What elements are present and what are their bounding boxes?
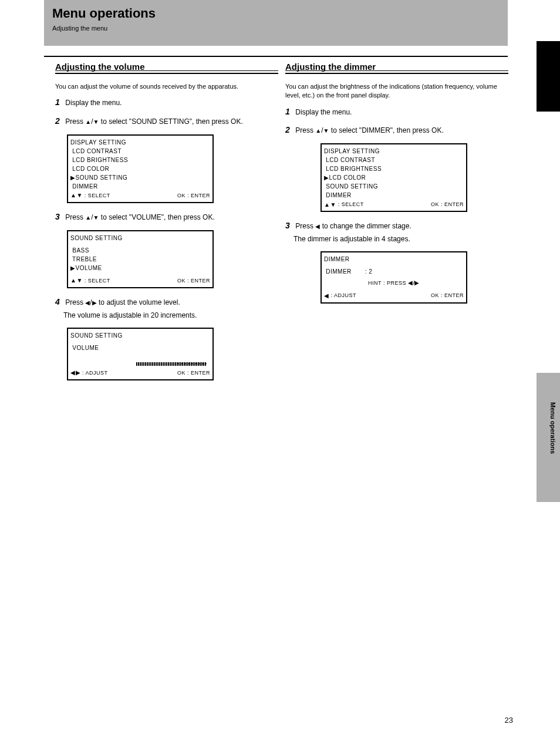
box1-footer-right: OK : ENTER: [177, 192, 210, 200]
screen-box-2: SOUND SETTING BASS TREBLE ▶VOLUME ▲▼ : S…: [67, 230, 214, 289]
up-arrow-icon: ▲: [85, 119, 91, 125]
r-step-1-text: Display the menu.: [295, 108, 352, 116]
box2-footer-right: OK : ENTER: [177, 277, 210, 285]
box1-footer-left: ▲▼ : SELECT: [70, 192, 110, 200]
step-4-text-a: Press: [65, 298, 85, 306]
r-screen-box-1: DISPLAY SETTING LCD CONTRAST LCD BRIGHTN…: [321, 143, 467, 213]
right-heading: Adjusting the dimmer: [285, 62, 508, 72]
left-column: Adjusting the volume You can adjust the …: [55, 62, 278, 389]
cursor-icon: ▶: [70, 175, 76, 181]
step-4-text-b: to adjust the volume level.: [97, 298, 180, 306]
step-4-note: The volume is adjustable in 20 increment…: [63, 311, 278, 321]
r-step-3-note: The dimmer is adjustable in 4 stages.: [294, 234, 508, 244]
step-2-text-b: to select "SOUND SETTING", then press OK…: [99, 117, 243, 126]
box2-footer-left: ▲▼ : SELECT: [70, 277, 110, 285]
box3-footer-left: ◀▶ : ADJUST: [70, 369, 108, 378]
header-subtitle: Adjusting the menu: [52, 25, 500, 32]
rbox1-item-4: DIMMER: [324, 191, 464, 200]
box3-sub: VOLUME: [70, 343, 210, 352]
step-2: 2 Press ▲/▼ to select "SOUND SETTING", t…: [55, 116, 278, 127]
step-1: 1 Display the menu.: [55, 97, 278, 109]
rbox1-item-0: LCD CONTRAST: [324, 156, 464, 164]
section-heading-right: Adjusting the dimmer: [285, 62, 508, 74]
rbox2-hint: HINT : PRESS ◀/▶: [324, 279, 464, 288]
down-arrow-icon: ▼: [93, 119, 99, 125]
step-3-text-b: to select "VOLUME", then press OK.: [99, 213, 215, 221]
down-arrow-icon: ▼: [323, 128, 329, 134]
box2-item-1: TREBLE: [70, 255, 210, 264]
right-arrow-icon: ▶: [92, 300, 97, 306]
screen-box-3: SOUND SETTING VOLUME ◀▶ : ADJUST OK : EN…: [67, 328, 214, 381]
step-2-text-a: Press: [65, 117, 85, 126]
header-title: Menu operations: [52, 6, 500, 21]
rbox2-line1: DIMMER : 2: [324, 267, 464, 276]
page-number: 23: [505, 716, 513, 725]
cursor-icon: ▶: [70, 265, 76, 271]
step-4: 4 Press ◀/▶ to adjust the volume level. …: [55, 296, 278, 320]
side-label: Menu operations: [549, 402, 556, 454]
left-arrow-icon: ◀: [85, 300, 90, 306]
sidebar-tab-gray: [537, 373, 560, 502]
rbox1-title: DISPLAY SETTING: [324, 147, 464, 156]
header-rule: [44, 56, 508, 57]
rbox1-footer-left: ▲▼ : SELECT: [324, 201, 364, 209]
box1-title: DISPLAY SETTING: [70, 138, 210, 147]
step-1-text: Display the menu.: [65, 99, 122, 107]
box3-title: SOUND SETTING: [70, 331, 210, 340]
rbox1-item-1: LCD BRIGHTNESS: [324, 164, 464, 173]
r-step-3-text-b: to change the dimmer stage.: [320, 222, 411, 230]
rbox1-footer-right: OK : ENTER: [431, 201, 464, 209]
left-heading: Adjusting the volume: [55, 62, 278, 72]
box1-item-0: LCD CONTRAST: [70, 147, 210, 156]
box2-title: SOUND SETTING: [70, 234, 210, 242]
cursor-icon: ▶: [324, 175, 329, 181]
r-step-2-text-a: Press: [295, 126, 315, 134]
sidebar-tab-black: [537, 41, 560, 112]
step-3: 3 Press ▲/▼ to select "VOLUME", then pre…: [55, 211, 278, 223]
volume-bar: [70, 359, 210, 368]
right-column: Adjusting the dimmer You can adjust the …: [285, 62, 508, 312]
r-step-3-text-a: Press: [295, 222, 315, 230]
box1-item-4: DIMMER: [70, 182, 210, 191]
box2-item-2: ▶VOLUME: [70, 264, 210, 272]
box1-item-3: ▶SOUND SETTING: [70, 173, 210, 182]
left-subtitle: You can adjust the volume of sounds rece…: [55, 82, 278, 91]
section-heading-left: Adjusting the volume: [55, 62, 278, 74]
r-step-1: 1 Display the menu.: [285, 106, 508, 118]
box3-footer-right: OK : ENTER: [177, 369, 210, 378]
box2-item-0: BASS: [70, 246, 210, 255]
up-arrow-icon: ▲: [315, 128, 321, 134]
box1-item-2: LCD COLOR: [70, 164, 210, 173]
rbox2-footer-right: OK : ENTER: [431, 292, 464, 300]
r-step-2-text-b: to select "DIMMER", then press OK.: [329, 126, 444, 134]
up-arrow-icon: ▲: [85, 215, 91, 221]
box1-item-1: LCD BRIGHTNESS: [70, 156, 210, 164]
down-arrow-icon: ▼: [93, 215, 99, 221]
right-subtitle: You can adjust the brightness of the ind…: [285, 82, 508, 100]
rbox1-item-2: ▶LCD COLOR: [324, 173, 464, 182]
step-3-text-a: Press: [65, 213, 85, 221]
r-step-3: 3 Press ◀ to change the dimmer stage. Th…: [285, 220, 508, 244]
rbox2-footer-left: ◀ : ADJUST: [324, 292, 356, 300]
rbox2-title: DIMMER: [324, 255, 464, 264]
r-step-2: 2 Press ▲/▼ to select "DIMMER", then pre…: [285, 124, 508, 136]
rbox1-item-3: SOUND SETTING: [324, 182, 464, 191]
screen-box-1: DISPLAY SETTING LCD CONTRAST LCD BRIGHTN…: [67, 134, 214, 204]
r-screen-box-2: DIMMER DIMMER : 2 HINT : PRESS ◀/▶ ◀ : A…: [321, 251, 467, 304]
page-header: Menu operations Adjusting the menu: [44, 0, 508, 46]
